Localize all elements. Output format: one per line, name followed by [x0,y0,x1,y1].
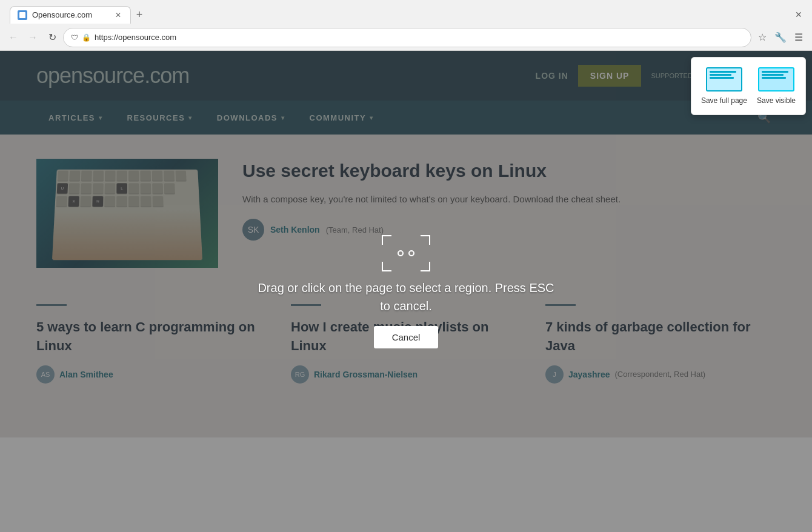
reload-button[interactable]: ↻ [44,29,61,46]
menu-button[interactable]: ☰ [790,29,807,46]
bookmark-button[interactable]: ☆ [754,29,771,46]
save-visible-option[interactable]: Save visible [757,67,796,105]
save-visible-label: Save visible [757,96,796,105]
browser-chrome: Opensource.com ✕ + ✕ ← → ↻ 🛡 🔒 ☆ 🔧 ☰ [0,0,812,51]
save-full-page-icon [706,67,742,91]
save-full-page-label: Save full page [701,96,747,105]
crosshair-corner-bl [382,262,391,271]
lock-icon: 🔒 [82,33,91,42]
address-input[interactable] [95,33,744,42]
save-full-page-option[interactable]: Save full page [701,67,747,105]
crosshair-corner-tl [382,235,391,245]
browser-tabs: Opensource.com ✕ + [10,6,148,24]
overlay-message: Drag or click on the page to select a re… [255,279,557,315]
tools-button[interactable]: 🔧 [772,29,789,46]
tab-favicon [18,10,27,20]
address-bar: 🛡 🔒 [63,28,751,47]
security-icon: 🛡 [71,33,78,42]
crosshair-icon [382,235,430,271]
screenshot-popup: Save full page Save visible [691,57,806,115]
toolbar-right: ☆ 🔧 ☰ [754,29,807,46]
browser-titlebar: Opensource.com ✕ + ✕ [0,0,812,24]
cancel-button[interactable]: Cancel [374,326,439,348]
crosshair-corner-br [421,262,430,271]
tab-close-button[interactable]: ✕ [113,10,123,20]
crosshair-container: Drag or click on the page to select a re… [255,235,557,348]
screenshot-overlay: Drag or click on the page to select a re… [0,51,812,532]
back-button[interactable]: ← [5,29,22,46]
tab-title: Opensource.com [32,10,108,19]
browser-close-button[interactable]: ✕ [790,6,807,23]
save-visible-icon [758,67,794,91]
browser-toolbar: ← → ↻ 🛡 🔒 ☆ 🔧 ☰ [0,24,812,51]
new-tab-button[interactable]: + [131,7,148,24]
eye-right [408,250,414,256]
webpage: opensource.com LOG IN SIGN UP SUPPORTED … [0,51,812,532]
crosshair-corner-tr [421,235,430,245]
eye-left [398,250,404,256]
forward-button[interactable]: → [24,29,41,46]
crosshair-eyes [398,250,414,256]
browser-tab[interactable]: Opensource.com ✕ [10,6,131,24]
